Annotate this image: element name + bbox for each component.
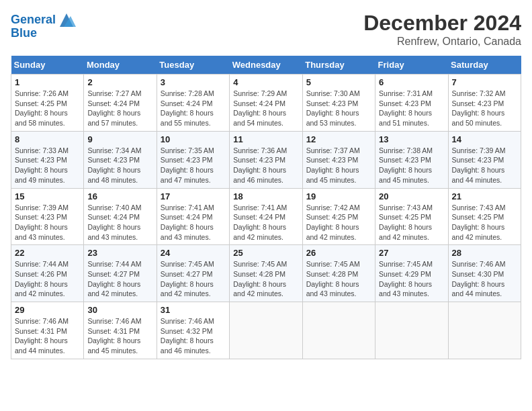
- page-header: General Blue December 2024 Renfrew, Onta…: [11, 11, 521, 48]
- day-number: 5: [306, 77, 371, 87]
- calendar-cell: [448, 302, 521, 359]
- header-monday: Monday: [84, 56, 157, 75]
- day-info: Sunrise: 7:33 AM Sunset: 4:23 PM Dayligh…: [15, 146, 80, 185]
- page-title: December 2024: [363, 11, 521, 36]
- day-number: 26: [306, 248, 371, 258]
- day-number: 19: [306, 191, 371, 201]
- page-subtitle: Renfrew, Ontario, Canada: [363, 36, 521, 48]
- logo: General Blue: [11, 11, 76, 40]
- day-number: 17: [161, 191, 226, 201]
- calendar-header-row: SundayMondayTuesdayWednesdayThursdayFrid…: [11, 56, 521, 75]
- day-number: 30: [87, 305, 152, 315]
- calendar-week-2: 8Sunrise: 7:33 AM Sunset: 4:23 PM Daylig…: [11, 131, 521, 188]
- calendar-cell: 14Sunrise: 7:39 AM Sunset: 4:23 PM Dayli…: [448, 131, 521, 188]
- logo-icon: [57, 11, 76, 30]
- calendar-cell: 27Sunrise: 7:45 AM Sunset: 4:29 PM Dayli…: [375, 245, 448, 302]
- day-number: 24: [161, 248, 226, 258]
- day-number: 31: [161, 305, 226, 315]
- day-number: 21: [452, 191, 517, 201]
- day-info: Sunrise: 7:45 AM Sunset: 4:28 PM Dayligh…: [306, 259, 371, 299]
- header-friday: Friday: [375, 56, 448, 75]
- calendar-cell: 10Sunrise: 7:35 AM Sunset: 4:23 PM Dayli…: [157, 131, 229, 188]
- calendar-cell: 7Sunrise: 7:32 AM Sunset: 4:23 PM Daylig…: [448, 75, 521, 132]
- day-info: Sunrise: 7:39 AM Sunset: 4:23 PM Dayligh…: [15, 203, 80, 242]
- calendar-cell: 16Sunrise: 7:40 AM Sunset: 4:24 PM Dayli…: [84, 188, 157, 245]
- calendar-cell: 11Sunrise: 7:36 AM Sunset: 4:23 PM Dayli…: [230, 131, 302, 188]
- calendar-cell: [375, 302, 448, 359]
- day-number: 13: [379, 134, 444, 144]
- day-number: 15: [15, 191, 80, 201]
- day-number: 10: [161, 134, 226, 144]
- day-info: Sunrise: 7:26 AM Sunset: 4:25 PM Dayligh…: [15, 89, 80, 128]
- calendar-cell: 23Sunrise: 7:44 AM Sunset: 4:27 PM Dayli…: [84, 245, 157, 302]
- day-info: Sunrise: 7:30 AM Sunset: 4:23 PM Dayligh…: [306, 89, 371, 128]
- day-info: Sunrise: 7:28 AM Sunset: 4:24 PM Dayligh…: [161, 89, 226, 128]
- calendar-cell: 19Sunrise: 7:42 AM Sunset: 4:25 PM Dayli…: [302, 188, 375, 245]
- calendar-cell: 30Sunrise: 7:46 AM Sunset: 4:31 PM Dayli…: [84, 302, 157, 359]
- header-sunday: Sunday: [11, 56, 84, 75]
- header-wednesday: Wednesday: [230, 56, 302, 75]
- day-info: Sunrise: 7:37 AM Sunset: 4:23 PM Dayligh…: [306, 146, 371, 185]
- calendar-cell: 5Sunrise: 7:30 AM Sunset: 4:23 PM Daylig…: [302, 75, 375, 132]
- day-info: Sunrise: 7:45 AM Sunset: 4:29 PM Dayligh…: [379, 259, 444, 299]
- day-number: 20: [379, 191, 444, 201]
- day-number: 29: [15, 305, 80, 315]
- title-block: December 2024 Renfrew, Ontario, Canada: [363, 11, 521, 48]
- day-info: Sunrise: 7:42 AM Sunset: 4:25 PM Dayligh…: [306, 203, 371, 242]
- day-number: 14: [452, 134, 517, 144]
- day-number: 16: [87, 191, 152, 201]
- calendar-cell: 29Sunrise: 7:46 AM Sunset: 4:31 PM Dayli…: [11, 302, 84, 359]
- day-number: 2: [87, 77, 152, 87]
- day-info: Sunrise: 7:44 AM Sunset: 4:26 PM Dayligh…: [15, 259, 80, 299]
- calendar-cell: 24Sunrise: 7:45 AM Sunset: 4:27 PM Dayli…: [157, 245, 229, 302]
- day-info: Sunrise: 7:45 AM Sunset: 4:28 PM Dayligh…: [233, 259, 298, 299]
- day-info: Sunrise: 7:36 AM Sunset: 4:23 PM Dayligh…: [233, 146, 298, 185]
- calendar-cell: 6Sunrise: 7:31 AM Sunset: 4:23 PM Daylig…: [375, 75, 448, 132]
- day-info: Sunrise: 7:41 AM Sunset: 4:24 PM Dayligh…: [161, 203, 226, 242]
- calendar-cell: 22Sunrise: 7:44 AM Sunset: 4:26 PM Dayli…: [11, 245, 84, 302]
- day-number: 9: [87, 134, 152, 144]
- logo-text: General: [11, 13, 56, 27]
- calendar-cell: 26Sunrise: 7:45 AM Sunset: 4:28 PM Dayli…: [302, 245, 375, 302]
- calendar-cell: 12Sunrise: 7:37 AM Sunset: 4:23 PM Dayli…: [302, 131, 375, 188]
- calendar-week-1: 1Sunrise: 7:26 AM Sunset: 4:25 PM Daylig…: [11, 75, 521, 132]
- day-info: Sunrise: 7:44 AM Sunset: 4:27 PM Dayligh…: [87, 259, 152, 299]
- calendar-cell: 25Sunrise: 7:45 AM Sunset: 4:28 PM Dayli…: [230, 245, 302, 302]
- day-number: 27: [379, 248, 444, 258]
- day-number: 18: [233, 191, 298, 201]
- day-info: Sunrise: 7:31 AM Sunset: 4:23 PM Dayligh…: [379, 89, 444, 128]
- day-info: Sunrise: 7:38 AM Sunset: 4:23 PM Dayligh…: [379, 146, 444, 185]
- day-info: Sunrise: 7:32 AM Sunset: 4:23 PM Dayligh…: [452, 89, 517, 128]
- header-saturday: Saturday: [448, 56, 521, 75]
- day-number: 23: [87, 248, 152, 258]
- day-number: 4: [233, 77, 298, 87]
- calendar-week-5: 29Sunrise: 7:46 AM Sunset: 4:31 PM Dayli…: [11, 302, 521, 359]
- day-number: 25: [233, 248, 298, 258]
- calendar-cell: 18Sunrise: 7:41 AM Sunset: 4:24 PM Dayli…: [230, 188, 302, 245]
- calendar-cell: 17Sunrise: 7:41 AM Sunset: 4:24 PM Dayli…: [157, 188, 229, 245]
- day-info: Sunrise: 7:41 AM Sunset: 4:24 PM Dayligh…: [233, 203, 298, 242]
- header-thursday: Thursday: [302, 56, 375, 75]
- calendar-cell: 20Sunrise: 7:43 AM Sunset: 4:25 PM Dayli…: [375, 188, 448, 245]
- day-info: Sunrise: 7:27 AM Sunset: 4:24 PM Dayligh…: [87, 89, 152, 128]
- calendar-cell: 9Sunrise: 7:34 AM Sunset: 4:23 PM Daylig…: [84, 131, 157, 188]
- day-info: Sunrise: 7:46 AM Sunset: 4:31 PM Dayligh…: [87, 316, 152, 356]
- day-info: Sunrise: 7:46 AM Sunset: 4:32 PM Dayligh…: [161, 316, 226, 356]
- day-number: 3: [161, 77, 226, 87]
- day-info: Sunrise: 7:29 AM Sunset: 4:24 PM Dayligh…: [233, 89, 298, 128]
- day-number: 8: [15, 134, 80, 144]
- calendar-cell: 28Sunrise: 7:46 AM Sunset: 4:30 PM Dayli…: [448, 245, 521, 302]
- day-info: Sunrise: 7:39 AM Sunset: 4:23 PM Dayligh…: [452, 146, 517, 185]
- calendar-cell: 8Sunrise: 7:33 AM Sunset: 4:23 PM Daylig…: [11, 131, 84, 188]
- day-info: Sunrise: 7:40 AM Sunset: 4:24 PM Dayligh…: [87, 203, 152, 242]
- day-info: Sunrise: 7:45 AM Sunset: 4:27 PM Dayligh…: [161, 259, 226, 299]
- day-number: 28: [452, 248, 517, 258]
- calendar-cell: [230, 302, 302, 359]
- calendar-cell: [302, 302, 375, 359]
- calendar-cell: 13Sunrise: 7:38 AM Sunset: 4:23 PM Dayli…: [375, 131, 448, 188]
- calendar-cell: 2Sunrise: 7:27 AM Sunset: 4:24 PM Daylig…: [84, 75, 157, 132]
- header-tuesday: Tuesday: [157, 56, 229, 75]
- calendar-week-3: 15Sunrise: 7:39 AM Sunset: 4:23 PM Dayli…: [11, 188, 521, 245]
- day-number: 22: [15, 248, 80, 258]
- calendar-cell: 21Sunrise: 7:43 AM Sunset: 4:25 PM Dayli…: [448, 188, 521, 245]
